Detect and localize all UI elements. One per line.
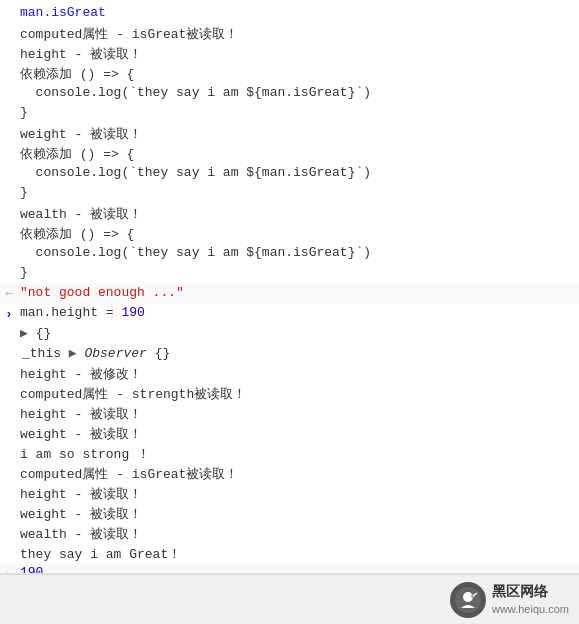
console-input-line: › man.height = 190 (0, 304, 579, 324)
console-line: man.isGreat (0, 4, 579, 24)
line-content: weight - 被读取！ (18, 425, 579, 443)
line-gutter (0, 45, 18, 47)
line-gutter (0, 145, 18, 147)
watermark-logo (450, 582, 486, 618)
line-content: they say i am Great！ (18, 545, 579, 563)
line-content: ▶ {} (18, 325, 579, 341)
console-line: _this ▶ Observer {} (0, 344, 579, 364)
line-gutter (0, 25, 18, 27)
line-content: computed属性 - isGreat被读取！ (18, 25, 579, 43)
console-line: weight - 被读取！ (0, 424, 579, 444)
line-content: 依赖添加 () => { (18, 145, 579, 163)
line-content: height - 被读取！ (18, 45, 579, 63)
line-gutter (0, 5, 18, 7)
site-url: www.heiqu.com (492, 602, 569, 617)
line-content: console.log(`they say i am ${man.isGreat… (18, 165, 579, 180)
line-content: computed属性 - strength被读取！ (18, 385, 579, 403)
console-line: 依赖添加 () => { (0, 64, 579, 84)
line-content: 依赖添加 () => { (18, 65, 579, 83)
console-line: height - 被读取！ (0, 404, 579, 424)
line-gutter (0, 105, 18, 107)
line-content: height - 被读取！ (18, 405, 579, 423)
line-content: height - 被读取！ (18, 485, 579, 503)
console-line: console.log(`they say i am ${man.isGreat… (0, 244, 579, 264)
line-content: } (18, 265, 579, 280)
line-gutter (0, 425, 18, 427)
footer-bar: 黑区网络 www.heiqu.com (0, 574, 579, 624)
line-gutter-arrow: ← (0, 285, 18, 301)
console-line: } (0, 104, 579, 124)
line-content: 依赖添加 () => { (18, 225, 579, 243)
line-content: console.log(`they say i am ${man.isGreat… (18, 85, 579, 100)
line-content: i am so strong ！ (18, 445, 579, 463)
watermark: 黑区网络 www.heiqu.com (450, 582, 569, 618)
line-gutter (0, 85, 18, 87)
console-line: weight - 被读取！ (0, 124, 579, 144)
console-line: height - 被修改！ (0, 364, 579, 384)
line-gutter (0, 165, 18, 167)
console-line: console.log(`they say i am ${man.isGreat… (0, 84, 579, 104)
console-line: weight - 被读取！ (0, 504, 579, 524)
line-gutter (0, 65, 18, 67)
line-content: computed属性 - isGreat被读取！ (18, 465, 579, 483)
line-gutter (0, 465, 18, 467)
line-content: weight - 被读取！ (18, 505, 579, 523)
line-gutter (0, 365, 18, 367)
line-gutter (0, 185, 18, 187)
line-content: height - 被修改！ (18, 365, 579, 383)
line-content: man.height = 190 (18, 305, 579, 320)
line-gutter (0, 325, 18, 327)
line-content: wealth - 被读取！ (18, 205, 579, 223)
console-line: console.log(`they say i am ${man.isGreat… (0, 164, 579, 184)
line-gutter (0, 345, 18, 347)
console-line: computed属性 - strength被读取！ (0, 384, 579, 404)
line-gutter (0, 125, 18, 127)
console-line: they say i am Great！ (0, 544, 579, 564)
line-gutter (0, 205, 18, 207)
line-gutter (0, 245, 18, 247)
line-content: } (18, 105, 579, 120)
line-gutter-arrow: ← (0, 565, 18, 574)
line-gutter (0, 225, 18, 227)
console-line: height - 被读取！ (0, 484, 579, 504)
line-content: "not good enough ..." (18, 285, 579, 300)
site-name: 黑区网络 (492, 582, 569, 602)
line-gutter (0, 265, 18, 267)
line-gutter (0, 545, 18, 547)
console-line: i am so strong ！ (0, 444, 579, 464)
line-gutter (0, 485, 18, 487)
watermark-text: 黑区网络 www.heiqu.com (492, 582, 569, 617)
console-line: } (0, 264, 579, 284)
line-gutter (0, 445, 18, 447)
console-output: man.isGreat computed属性 - isGreat被读取！ hei… (0, 0, 579, 574)
console-line: ▶ {} (0, 324, 579, 344)
console-line: 依赖添加 () => { (0, 144, 579, 164)
line-content: } (18, 185, 579, 200)
line-content: wealth - 被读取！ (18, 525, 579, 543)
line-content: man.isGreat (18, 5, 579, 20)
console-result-line: ← 190 (0, 564, 579, 574)
console-line: wealth - 被读取！ (0, 204, 579, 224)
line-content: weight - 被读取！ (18, 125, 579, 143)
console-line: 依赖添加 () => { (0, 224, 579, 244)
line-gutter (0, 385, 18, 387)
console-line: height - 被读取！ (0, 44, 579, 64)
line-content: console.log(`they say i am ${man.isGreat… (18, 245, 579, 260)
line-gutter-arrow: › (0, 305, 18, 322)
line-content: _this ▶ Observer {} (18, 345, 579, 361)
console-result-line: ← "not good enough ..." (0, 284, 579, 304)
console-line: } (0, 184, 579, 204)
line-gutter (0, 505, 18, 507)
console-line: wealth - 被读取！ (0, 524, 579, 544)
console-line: computed属性 - isGreat被读取！ (0, 24, 579, 44)
console-line: computed属性 - isGreat被读取！ (0, 464, 579, 484)
line-gutter (0, 405, 18, 407)
line-content: 190 (18, 565, 579, 574)
line-gutter (0, 525, 18, 527)
